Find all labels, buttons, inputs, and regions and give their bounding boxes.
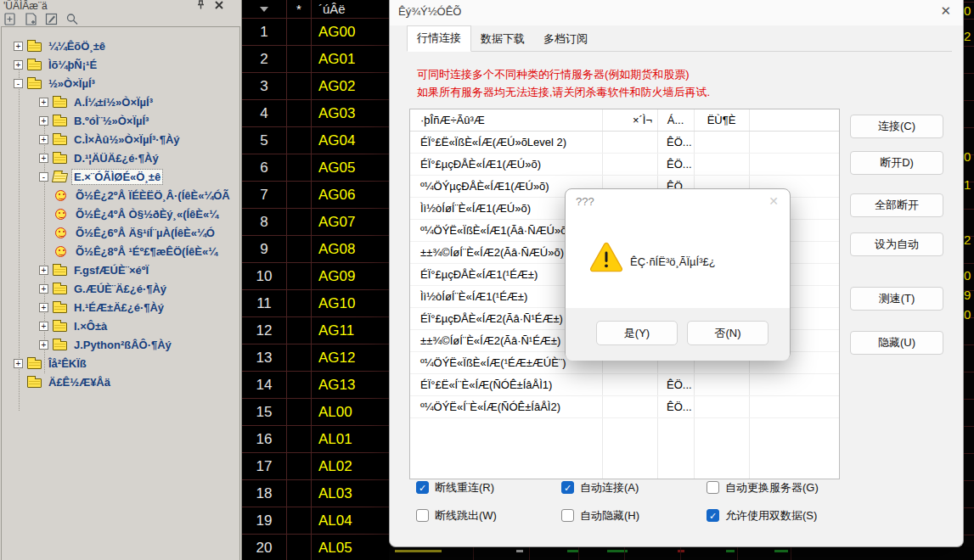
dialog-titlebar[interactable]: Êý¾Ý½ÓÊÕ ✕ — [390, 0, 963, 25]
edit-icon[interactable] — [45, 13, 59, 26]
table-row[interactable]: 4 AG03 — [242, 100, 389, 127]
table-row[interactable]: 1 AG00 — [242, 19, 389, 46]
expander-icon[interactable]: + — [14, 359, 23, 368]
server-row[interactable]: º¼ÖÝË«Í¨È«ÍÆ(ÑÓÊ±ÍâÅÌ2) ÊÖ... — [410, 396, 839, 418]
yes-button[interactable]: 是(Y) — [596, 321, 678, 345]
add-page-icon[interactable] — [24, 13, 38, 26]
new-file-icon[interactable] — [3, 13, 17, 26]
tree-item-label: Ä£Ê½Æ¥Åä — [47, 375, 112, 389]
tree-item[interactable]: + G.ÆÚÈ¨Ä£¿é·¶Àý — [2, 279, 239, 298]
server-list-header: ·þÎñÆ÷Ãû³Æ ×´Ì¬ Á... ËÙ¶È — [410, 109, 839, 132]
checkbox[interactable] — [416, 481, 429, 494]
table-row[interactable]: 10 AG09 — [242, 263, 389, 290]
no-button[interactable]: 否(N) — [687, 321, 769, 345]
table-row[interactable]: 6 AG05 — [242, 154, 389, 182]
table-row[interactable]: 16 AL01 — [242, 426, 389, 453]
tree-item[interactable]: + C.Ì×Àû½»Ò×ÏµÍ³·¶Àý — [2, 130, 239, 148]
checkbox-option[interactable]: 自动更换服务器(G) — [707, 480, 845, 495]
tree-item[interactable]: Õ½Ê¿2ºÅ ÏÉÈËÖ¸Â·(ÍêÈ«¼ÓÃ — [2, 186, 239, 204]
tree-item[interactable]: Õ½Ê¿6ºÅ Ä§¹íÍ¨µÀ(ÍêÈ«¼Ó — [2, 223, 239, 242]
table-row[interactable]: 8 AG07 — [242, 209, 389, 236]
dialog-action-button[interactable]: 连接(C) — [850, 115, 943, 138]
expander-icon[interactable]: + — [39, 284, 48, 294]
tab[interactable]: 数据下载 — [471, 27, 534, 52]
table-row[interactable]: 20 AL05 — [242, 535, 389, 560]
checkbox[interactable] — [561, 509, 574, 522]
table-row[interactable]: 13 AG12 — [242, 344, 389, 372]
table-row[interactable]: 14 AG13 — [242, 372, 389, 399]
table-row[interactable]: 15 AL00 — [242, 399, 389, 426]
tab[interactable]: 行情连接 — [407, 25, 471, 52]
expander-icon[interactable]: - — [39, 172, 48, 182]
tree-item[interactable]: - ½»Ò×ÏµÍ³ — [2, 74, 239, 92]
expander-icon[interactable]: + — [39, 266, 48, 275]
modal-message: ÊÇ·ñÍË³ö¸ÃÏµÍ³£¿ — [630, 255, 716, 268]
checkbox[interactable] — [416, 509, 429, 522]
checkbox[interactable] — [561, 481, 574, 494]
tree-item[interactable]: - E.×¨ÓÃÌØÉ«Ö¸±ê — [2, 167, 239, 186]
checkbox-option[interactable]: 断线跳出(W) — [416, 508, 561, 523]
dialog-action-button[interactable]: 隐藏(U) — [850, 331, 943, 355]
checkbox-option[interactable]: 自动隐藏(H) — [561, 508, 707, 523]
dialog-action-button[interactable]: 测速(T) — [850, 287, 943, 311]
dialog-action-button[interactable]: 断开D) — [850, 151, 943, 175]
expander-icon[interactable]: + — [39, 154, 48, 163]
tree-item[interactable]: + B.ºóÌ¨½»Ò×ÏµÍ³ — [2, 111, 239, 130]
search-icon[interactable] — [65, 13, 79, 26]
expander-icon[interactable]: + — [39, 322, 48, 331]
expander-icon[interactable]: + — [39, 98, 48, 107]
dialog-action-button[interactable]: 全部断开 — [850, 193, 943, 217]
tree-item[interactable]: + I.×Ô±à — [2, 316, 239, 335]
expander-icon[interactable]: + — [39, 303, 48, 312]
checkbox-option[interactable]: 断线重连(R) — [416, 480, 561, 495]
expander-icon[interactable]: + — [14, 42, 23, 51]
tree-item[interactable]: + F.gsfÆÚÈ¨×éºÏ — [2, 260, 239, 279]
close-icon[interactable]: ✕ — [940, 3, 951, 19]
pin-icon[interactable] — [195, 0, 207, 8]
tree-item[interactable]: + Ìõ¼þÑ¡¹É — [2, 55, 239, 74]
tree-item[interactable]: + H.¹ÉÆ±Ä£¿é·¶Àý — [2, 298, 239, 316]
tab[interactable]: 多档订阅 — [534, 27, 597, 52]
expander-icon[interactable]: + — [39, 340, 48, 350]
table-row[interactable]: 12 AG11 — [242, 317, 389, 344]
tree-item[interactable]: Õ½Ê¿8ºÅ ¹Éº£¶æÊÖ(ÍêÈ«¼ — [2, 242, 239, 260]
expander-icon[interactable]: + — [39, 116, 48, 126]
tree-item[interactable]: Ä£Ê½Æ¥Åä — [2, 372, 239, 391]
table-row[interactable]: 3 AG02 — [242, 73, 389, 100]
table-row[interactable]: 19 AL04 — [242, 507, 389, 535]
table-row[interactable]: 9 AG08 — [242, 236, 389, 263]
table-row[interactable]: 7 AG06 — [242, 182, 389, 209]
close-icon[interactable]: ✕ — [769, 194, 779, 208]
column-header-state[interactable]: ×´Ì¬ — [602, 114, 652, 126]
dialog-action-button[interactable]: 设为自动 — [850, 232, 943, 256]
column-header-conn[interactable]: Á... — [657, 114, 694, 126]
server-row[interactable]: ÉÏ°£Ë«Í¨È«ÍÆ(ÑÓÊ±ÍâÅÌ1) ÊÖ... — [410, 374, 839, 396]
tree-item[interactable]: + D.¹¦ÄÜÄ£¿é·¶Àý — [2, 148, 239, 167]
tree-item[interactable]: + Îå²ÊKÏß — [2, 354, 239, 372]
close-icon[interactable] — [214, 0, 226, 8]
table-row[interactable]: 17 AL02 — [242, 453, 389, 480]
folder-icon — [53, 115, 68, 126]
table-row[interactable]: 11 AG10 — [242, 290, 389, 317]
table-row[interactable]: 18 AL03 — [242, 480, 389, 507]
checkbox[interactable] — [707, 481, 719, 494]
row-number: 7 — [242, 182, 287, 208]
contract-code: AG07 — [312, 214, 389, 231]
tree-item[interactable]: + J.Python²ßÂÔ·¶Àý — [2, 335, 239, 354]
table-row[interactable]: 2 AG01 — [242, 46, 389, 73]
server-row[interactable]: ÉÏ°£µçÐÅÈ«ÍÆ1(ÆÚ»õ) ÊÖ... — [410, 154, 839, 176]
checkbox[interactable] — [707, 509, 719, 522]
column-header-name[interactable]: ·þÎñÆ÷Ãû³Æ — [420, 114, 485, 126]
expander-icon[interactable]: - — [14, 79, 23, 88]
expander-icon[interactable]: + — [14, 60, 23, 70]
checkbox-option[interactable]: 自动连接(A) — [561, 480, 707, 495]
expander-icon[interactable]: + — [39, 135, 48, 144]
folder-icon — [54, 227, 70, 238]
tree-item[interactable]: Õ½Ê¿4ºÅ Ò§½ðÈý¸«(ÍêÈ«¼ — [2, 204, 239, 223]
checkbox-option[interactable]: 允许使用双数据(S) — [707, 508, 845, 523]
table-row[interactable]: 5 AG04 — [242, 127, 389, 154]
tree-item[interactable]: + ¼¼ÊõÖ¸±ê — [2, 36, 239, 55]
column-header-speed[interactable]: ËÙ¶È — [694, 114, 749, 126]
tree-item[interactable]: + A.Í¼±í½»Ò×ÏµÍ³ — [2, 92, 239, 111]
server-row[interactable]: ÉÏ°£Ë«ÏßÈ«ÍÆ(ÆÚ»õLevel 2) ÊÖ... — [410, 132, 839, 154]
